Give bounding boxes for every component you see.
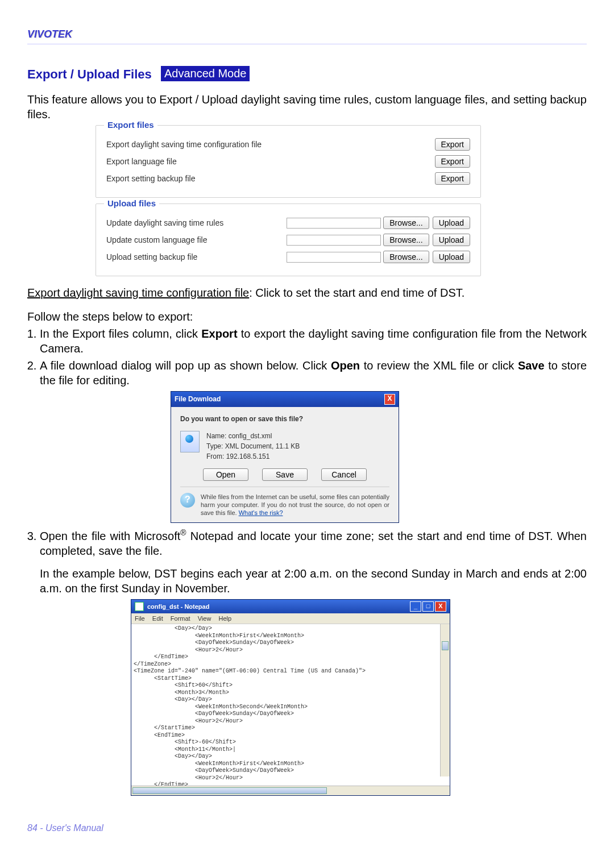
export-backup-label: Export setting backup file	[106, 174, 435, 183]
step-2-open-word: Open	[331, 359, 360, 372]
step-2a: A file download dialog will pop up as sh…	[40, 359, 331, 372]
step-3a: Open the file with Microsoft	[40, 530, 180, 542]
step-1-export-word: Export	[201, 327, 237, 340]
intro-text: This feature allows you to Export / Uplo…	[27, 92, 587, 122]
page-footer: 84 - User's Manual	[27, 823, 587, 833]
brand-logo: VIVOTEK	[27, 28, 72, 40]
dlg-from-label: From:	[206, 452, 224, 460]
close-icon[interactable]: X	[435, 601, 446, 612]
dlg-from-value: 192.168.5.151	[226, 452, 270, 460]
upload-backup-path[interactable]	[287, 252, 381, 263]
section-title-text: Export / Upload Files	[27, 67, 152, 81]
export-language-label: Export language file	[106, 157, 435, 166]
upload-dst-upload-button[interactable]: Upload	[433, 217, 470, 229]
export-language-button[interactable]: Export	[435, 155, 470, 168]
export-files-panel: Export files Export daylight saving time…	[96, 125, 481, 198]
steps-list: In the Export files column, click Export…	[27, 326, 587, 796]
scrollbar-vertical[interactable]	[440, 624, 450, 776]
upload-dst-path[interactable]	[287, 218, 381, 229]
menu-file[interactable]: File	[135, 615, 145, 622]
upload-backup-upload-button[interactable]: Upload	[433, 251, 470, 263]
notepad-menubar: File Edit Format View Help	[131, 613, 450, 624]
export-backup-button[interactable]: Export	[435, 172, 470, 185]
dlg-name-value: config_dst.xml	[229, 432, 272, 440]
notepad-content[interactable]: <Day></Day> <WeekInMonth>First</WeekInMo…	[131, 624, 450, 786]
dialog-close-icon[interactable]: X	[384, 394, 395, 405]
registered-mark: ®	[180, 528, 186, 537]
upload-files-panel: Upload files Update daylight saving time…	[96, 203, 481, 276]
upload-dst-browse-button[interactable]: Browse...	[383, 217, 429, 229]
dialog-warning-text: While files from the Internet can be use…	[201, 493, 389, 517]
export-dst-button[interactable]: Export	[435, 138, 470, 151]
upload-language-browse-button[interactable]: Browse...	[383, 234, 429, 246]
warning-icon	[180, 493, 195, 508]
export-dst-desc-rest: : Click to set the start and end time of…	[249, 286, 464, 299]
upload-language-path[interactable]	[287, 235, 381, 246]
dlg-type-value: XML Document, 11.1 KB	[225, 442, 300, 450]
step-2-save-word: Save	[518, 359, 545, 372]
notepad-title: config_dst - Notepad	[147, 603, 209, 610]
upload-backup-browse-button[interactable]: Browse...	[383, 251, 429, 263]
advanced-mode-badge: Advanced Mode	[161, 66, 250, 81]
step-1a: In the Export files column, click	[40, 327, 201, 340]
export-dst-desc-label: Export daylight saving time configuratio…	[27, 286, 249, 299]
step-1: In the Export files column, click Export…	[40, 326, 587, 356]
dialog-question: Do you want to open or save this file?	[180, 415, 389, 424]
notepad-icon	[135, 602, 144, 611]
upload-language-label: Update custom language file	[106, 235, 287, 244]
menu-help[interactable]: Help	[218, 615, 231, 622]
notepad-window: config_dst - Notepad _ □ X File Edit For…	[131, 599, 450, 796]
step-2: A file download dialog will pop up as sh…	[40, 358, 587, 523]
upload-backup-label: Upload setting backup file	[106, 252, 287, 261]
dialog-title: File Download	[175, 395, 221, 404]
dlg-type-label: Type:	[206, 442, 223, 450]
menu-view[interactable]: View	[198, 615, 211, 622]
export-dst-desc: Export daylight saving time configuratio…	[27, 285, 587, 300]
example-text: In the example below, DST begins each ye…	[40, 566, 587, 596]
step-2c: to review the XML file or click	[360, 359, 518, 372]
upload-dst-label: Update daylight saving time rules	[106, 218, 287, 227]
menu-edit[interactable]: Edit	[152, 615, 163, 622]
steps-intro: Follow the steps below to export:	[27, 309, 587, 324]
dialog-open-button[interactable]: Open	[203, 468, 248, 481]
maximize-icon[interactable]: □	[422, 601, 434, 612]
step-3: Open the file with Microsoft® Notepad an…	[40, 528, 587, 796]
minimize-icon[interactable]: _	[410, 601, 421, 612]
file-download-dialog: File Download X Do you want to open or s…	[171, 391, 399, 523]
whats-the-risk-link[interactable]: What's the risk?	[239, 509, 283, 516]
upload-language-upload-button[interactable]: Upload	[433, 234, 470, 246]
upload-files-legend: Upload files	[104, 198, 159, 208]
menu-format[interactable]: Format	[171, 615, 190, 622]
file-type-icon	[180, 431, 200, 452]
dialog-save-button[interactable]: Save	[262, 468, 308, 481]
export-files-legend: Export files	[104, 120, 157, 130]
dialog-cancel-button[interactable]: Cancel	[321, 468, 367, 481]
scrollbar-horizontal[interactable]	[131, 786, 450, 795]
dlg-name-label: Name:	[206, 432, 226, 440]
section-title: Export / Upload Files Advanced Mode	[27, 66, 587, 82]
export-dst-label: Export daylight saving time configuratio…	[106, 140, 435, 149]
